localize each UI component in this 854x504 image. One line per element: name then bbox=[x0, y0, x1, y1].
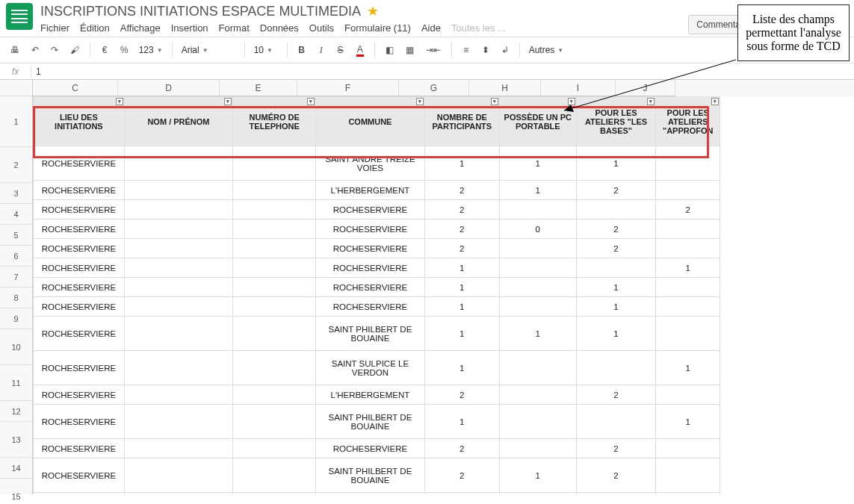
cell[interactable] bbox=[124, 146, 232, 181]
cell[interactable]: ROCHESERVIERE bbox=[316, 200, 424, 220]
cell[interactable]: 0 bbox=[500, 220, 577, 239]
row-header[interactable]: 4 bbox=[0, 204, 32, 225]
cell[interactable]: 2 bbox=[424, 181, 499, 200]
cell[interactable]: 2 bbox=[424, 493, 499, 495]
cell[interactable]: 1 bbox=[500, 146, 577, 181]
cell[interactable] bbox=[233, 220, 316, 239]
row-header[interactable]: 3 bbox=[0, 183, 32, 204]
cell[interactable] bbox=[124, 220, 232, 239]
cell[interactable] bbox=[124, 239, 232, 258]
row-header[interactable]: 14 bbox=[0, 458, 32, 479]
filter-icon[interactable]: ▾ bbox=[116, 98, 123, 105]
cell[interactable] bbox=[124, 181, 232, 200]
filter-icon[interactable]: ▾ bbox=[647, 98, 655, 105]
cell[interactable]: SAINT ANDRE TREIZE VOIES bbox=[316, 146, 424, 181]
table-header-cell[interactable]: NUMÉRO DE TELEPHONE▾ bbox=[233, 97, 316, 146]
cell[interactable] bbox=[656, 239, 720, 258]
cell[interactable] bbox=[233, 385, 316, 405]
cell[interactable] bbox=[576, 200, 656, 220]
table-header-cell[interactable]: LIEU DES INITIATIONS▾ bbox=[34, 97, 125, 146]
table-header-cell[interactable]: POUR LES ATELIERS "LES BASES"▾ bbox=[576, 97, 656, 146]
row-header[interactable]: 8 bbox=[0, 287, 32, 308]
filter-icon[interactable]: ▾ bbox=[224, 98, 232, 105]
filter-icon[interactable]: ▾ bbox=[416, 98, 424, 105]
percent-button[interactable]: % bbox=[116, 41, 133, 59]
wrap-icon[interactable]: ↲ bbox=[497, 41, 513, 59]
cell[interactable]: 1 bbox=[576, 278, 656, 297]
currency-button[interactable]: € bbox=[96, 41, 113, 59]
cell[interactable]: SAINT SULPICE LE VERDON bbox=[316, 351, 424, 385]
cell[interactable]: ROCHESERVIERE bbox=[34, 351, 125, 385]
cell[interactable] bbox=[576, 258, 656, 278]
table-header-cell[interactable]: NOM / PRÉNOM▾ bbox=[124, 97, 232, 146]
cell[interactable]: 2 bbox=[576, 385, 656, 405]
column-header[interactable]: I bbox=[541, 80, 616, 96]
cell[interactable]: ROCHESERVIERE bbox=[316, 297, 424, 317]
row-header[interactable]: 11 bbox=[0, 365, 32, 401]
column-header[interactable]: G bbox=[399, 80, 469, 96]
cell[interactable]: ROCHESERVIERE bbox=[316, 439, 424, 458]
menu-data[interactable]: Données bbox=[260, 22, 299, 34]
row-header[interactable]: 12 bbox=[0, 401, 32, 422]
column-header[interactable]: F bbox=[297, 80, 399, 96]
cell[interactable]: SAINT ANDRE TREIZE VOIES bbox=[316, 493, 424, 495]
cell[interactable]: 1 bbox=[656, 351, 720, 385]
cell[interactable] bbox=[233, 405, 316, 439]
star-icon[interactable]: ★ bbox=[367, 3, 379, 19]
menu-form[interactable]: Formulaire (11) bbox=[344, 22, 411, 34]
menu-format[interactable]: Format bbox=[219, 22, 250, 34]
cell[interactable]: ROCHESERVIERE bbox=[34, 439, 125, 458]
cell[interactable] bbox=[656, 278, 720, 297]
fx-input[interactable]: 1 bbox=[31, 65, 854, 78]
cell[interactable] bbox=[233, 181, 316, 200]
filter-icon[interactable]: ▾ bbox=[568, 98, 575, 105]
cell[interactable] bbox=[124, 493, 232, 495]
cell[interactable]: 1 bbox=[656, 258, 720, 278]
cell[interactable] bbox=[656, 458, 720, 493]
merge-icon[interactable]: ⇥⇤ bbox=[421, 41, 445, 59]
numfmt-button[interactable]: 123▼ bbox=[136, 43, 166, 57]
cell[interactable]: 1 bbox=[500, 458, 577, 493]
cell[interactable]: ROCHESERVIERE bbox=[34, 239, 125, 258]
cell[interactable] bbox=[124, 405, 232, 439]
cell[interactable]: ROCHESERVIERE bbox=[316, 258, 424, 278]
cell[interactable]: ROCHESERVIERE bbox=[34, 181, 125, 200]
cell[interactable] bbox=[233, 239, 316, 258]
cell[interactable]: ROCHESERVIERE bbox=[34, 493, 125, 495]
borders-icon[interactable]: ▦ bbox=[401, 41, 418, 59]
cell[interactable] bbox=[656, 146, 720, 181]
cell[interactable]: 2 bbox=[424, 458, 499, 493]
fontsize-select[interactable]: 10▼ bbox=[251, 43, 281, 57]
cell[interactable]: 1 bbox=[424, 317, 499, 351]
row-header[interactable]: 1 bbox=[0, 96, 32, 147]
cell[interactable] bbox=[233, 493, 316, 495]
cell[interactable] bbox=[656, 317, 720, 351]
cell[interactable]: 1 bbox=[500, 181, 577, 200]
text-color-button[interactable]: A bbox=[352, 41, 368, 59]
table-header-cell[interactable]: NOMBRE DE PARTICIPANTS▾ bbox=[424, 97, 499, 146]
cell[interactable]: 1 bbox=[424, 297, 499, 317]
cell[interactable] bbox=[124, 439, 232, 458]
fill-color-icon[interactable]: ◧ bbox=[381, 41, 398, 59]
column-header[interactable]: J bbox=[616, 80, 675, 96]
cell[interactable] bbox=[500, 200, 577, 220]
cell[interactable]: 1 bbox=[424, 278, 499, 297]
undo-icon[interactable]: ↶ bbox=[27, 41, 43, 59]
cell[interactable] bbox=[576, 351, 656, 385]
cell[interactable]: 2 bbox=[576, 439, 656, 458]
cell[interactable]: 1 bbox=[424, 351, 499, 385]
cell[interactable]: 2 bbox=[576, 220, 656, 239]
cell[interactable]: ROCHESERVIERE bbox=[34, 146, 125, 181]
cell[interactable] bbox=[500, 258, 577, 278]
cell[interactable]: 2 bbox=[576, 181, 656, 200]
cell[interactable]: ROCHESERVIERE bbox=[34, 258, 125, 278]
cell[interactable] bbox=[500, 278, 577, 297]
table-header-cell[interactable]: POSSÈDE UN PC PORTABLE▾ bbox=[500, 97, 577, 146]
cell[interactable] bbox=[124, 385, 232, 405]
cell[interactable]: ROCHESERVIERE bbox=[34, 317, 125, 351]
cell[interactable]: SAINT PHILBERT DE BOUAINE bbox=[316, 458, 424, 493]
cell[interactable] bbox=[124, 258, 232, 278]
corner-cell[interactable] bbox=[0, 80, 32, 96]
cell[interactable] bbox=[233, 200, 316, 220]
cell[interactable]: 2 bbox=[424, 385, 499, 405]
